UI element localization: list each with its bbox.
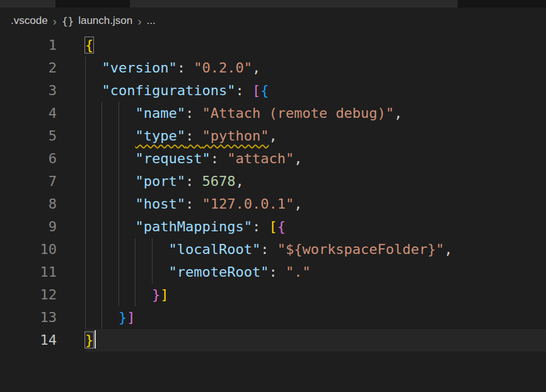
- code-line[interactable]: {: [85, 34, 546, 57]
- code-token-punc: :: [252, 219, 269, 234]
- code-line[interactable]: "type": "python",: [85, 125, 546, 147]
- editor-row: 8"host": "127.0.0.1",: [0, 193, 546, 216]
- indent-guide: [119, 216, 119, 238]
- line-number[interactable]: 2: [0, 57, 57, 79]
- code-token-key: "configurations": [102, 83, 235, 98]
- tab-strip-segment-2[interactable]: [55, 0, 130, 8]
- line-number[interactable]: 11: [0, 261, 57, 284]
- indent-guide: [102, 284, 102, 306]
- line-number[interactable]: 6: [0, 147, 57, 170]
- indent-guide: [85, 238, 86, 261]
- line-number[interactable]: 9: [0, 216, 57, 238]
- code-line[interactable]: "pathMappings": [{: [85, 216, 546, 238]
- code-token-punc: ,: [444, 241, 453, 257]
- editor-row: 6"request": "attach",: [0, 147, 546, 170]
- indent-guide: [119, 261, 119, 284]
- json-file-icon: {}: [62, 15, 74, 27]
- code-token-punc: :: [235, 83, 252, 98]
- line-number[interactable]: 3: [0, 79, 57, 102]
- code-token-num: 5678: [202, 173, 235, 189]
- code-line[interactable]: }]: [85, 306, 546, 329]
- editor: 1{2"version": "0.2.0",3"configurations":…: [0, 34, 546, 352]
- code-line[interactable]: "version": "0.2.0",: [85, 57, 546, 79]
- code-line[interactable]: "port": 5678,: [85, 170, 546, 193]
- indent-guide: [119, 147, 119, 170]
- line-number[interactable]: 1: [0, 34, 57, 57]
- editor-row: 3"configurations": [{: [0, 79, 546, 102]
- code-token-punc: ,: [294, 196, 302, 212]
- line-number[interactable]: 14: [0, 329, 57, 352]
- indent-guide: [85, 261, 86, 284]
- code-token-b1: ]: [160, 287, 168, 303]
- indent-guide: [102, 306, 102, 329]
- code-token-str: "0.2.0": [194, 60, 252, 76]
- code-token-punc: :: [185, 128, 202, 144]
- text-cursor: [95, 330, 96, 349]
- chevron-right-icon: ›: [137, 15, 141, 27]
- breadcrumb-item-2[interactable]: launch.json: [78, 14, 132, 27]
- indent-guide: [119, 170, 119, 193]
- indent-guide: [85, 284, 86, 306]
- indent-guide: [102, 261, 102, 284]
- indent-guide: [102, 193, 102, 216]
- code-line[interactable]: "configurations": [{: [85, 79, 546, 102]
- code-line[interactable]: "request": "attach",: [85, 147, 546, 170]
- code-token-str: "${workspaceFolder}": [277, 241, 444, 257]
- editor-row: 14}: [0, 329, 546, 352]
- indent-guide: [152, 238, 153, 261]
- code-token-punc: ,: [269, 128, 277, 144]
- code-token-str: "python": [202, 128, 269, 144]
- indent-guide: [119, 284, 119, 306]
- line-number[interactable]: 13: [0, 306, 57, 329]
- code-token-punc: :: [185, 196, 202, 212]
- code-line[interactable]: "remoteRoot": ".": [85, 261, 546, 284]
- line-number[interactable]: 4: [0, 102, 57, 125]
- editor-row: 10"localRoot": "${workspaceFolder}",: [0, 238, 546, 261]
- code-token-punc: :: [211, 151, 228, 166]
- code-token-key: "type": [135, 128, 185, 144]
- code-token-b2: }: [152, 287, 160, 303]
- editor-row: 11"remoteRoot": ".": [0, 261, 546, 284]
- tab-strip-segment-4[interactable]: [458, 0, 546, 8]
- warning-squiggle: "type": "python": [135, 128, 269, 144]
- indent-guide: [85, 57, 86, 79]
- code-line[interactable]: }]: [85, 284, 546, 306]
- code-token-punc: :: [185, 105, 202, 121]
- code-line[interactable]: "host": "127.0.0.1",: [85, 193, 546, 216]
- code-token-key: "host": [135, 196, 185, 212]
- code-token-str: "127.0.0.1": [202, 196, 294, 212]
- indent-guide: [85, 216, 86, 238]
- code-token-str: "Attach (remote debug)": [202, 105, 394, 121]
- code-token-punc: ,: [294, 151, 302, 166]
- code-token-punc: ,: [394, 105, 402, 121]
- line-number[interactable]: 10: [0, 238, 57, 261]
- breadcrumb: .vscode›{}launch.json›...: [0, 8, 546, 34]
- line-number[interactable]: 8: [0, 193, 57, 216]
- code-token-key: "port": [135, 173, 185, 189]
- editor-rows: 1{2"version": "0.2.0",3"configurations":…: [0, 34, 546, 352]
- tab-strip-segment-3[interactable]: [130, 0, 458, 8]
- code-token-b1: {: [85, 37, 93, 53]
- chevron-right-icon: ›: [53, 15, 57, 27]
- code-token-punc: :: [177, 60, 194, 76]
- code-line[interactable]: "name": "Attach (remote debug)",: [85, 102, 546, 125]
- tab-strip-segment-1[interactable]: [0, 0, 55, 8]
- indent-guide: [102, 170, 102, 193]
- indent-guide: [102, 102, 102, 125]
- editor-row: 13}]: [0, 306, 546, 329]
- indent-guide: [135, 284, 136, 306]
- code-token-str: "attach": [227, 151, 294, 166]
- indent-guide: [135, 238, 136, 261]
- line-number[interactable]: 12: [0, 284, 57, 306]
- indent-guide: [102, 147, 102, 170]
- code-token-str: ".": [286, 264, 311, 280]
- code-line[interactable]: }: [85, 329, 546, 352]
- code-token-punc: :: [260, 241, 277, 257]
- code-token-b2: [: [252, 83, 260, 98]
- indent-guide: [85, 102, 86, 125]
- breadcrumb-item-1[interactable]: .vscode: [11, 14, 48, 27]
- line-number[interactable]: 7: [0, 170, 57, 193]
- breadcrumb-item-3[interactable]: ...: [147, 14, 156, 27]
- code-line[interactable]: "localRoot": "${workspaceFolder}",: [85, 238, 546, 261]
- line-number[interactable]: 5: [0, 125, 57, 147]
